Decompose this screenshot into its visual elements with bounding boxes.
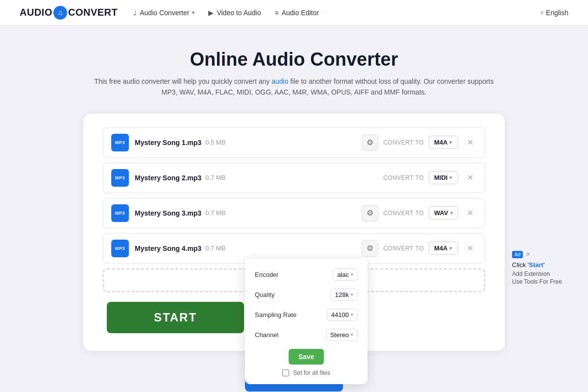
subtitle-text-1: This free audio converter will help you … — [94, 77, 271, 85]
file-type-icon: MP3 — [111, 204, 129, 222]
settings-gear-button[interactable]: ⚙ — [362, 134, 378, 151]
file-type-icon: MP3 — [111, 169, 129, 187]
logo-convert-text: CONVERT — [68, 7, 118, 18]
file-size: 0.7 MB — [205, 174, 225, 181]
channel-selector[interactable]: Stereo ▾ — [326, 329, 358, 341]
chevron-down-icon: ▾ — [449, 245, 452, 251]
main-content: Online Audio Converter This free audio c… — [0, 25, 588, 392]
sliders-icon: ≡ — [274, 9, 278, 17]
ad-title: Click 'Start' — [512, 261, 588, 269]
ad-area: Ad ✕ Click 'Start' Add Extension Use Too… — [512, 251, 588, 286]
chevron-down-icon: ▾ — [351, 272, 353, 277]
chevron-down-icon: ∨ — [540, 9, 544, 16]
sampling-rate-selector[interactable]: 44100 ▾ — [327, 309, 358, 321]
language-selector[interactable]: ∨ English — [540, 9, 568, 17]
ad-line1: Add Extension — [512, 270, 588, 277]
file-type-icon: MP3 — [111, 134, 129, 151]
convert-to-label: CONVERT TO — [383, 210, 424, 217]
file-size: 0.7 MB — [205, 245, 225, 252]
header: AUDIO ♫ CONVERT ♩ Audio Converter ▾ ▶ Vi… — [0, 0, 588, 25]
nav: ♩ Audio Converter ▾ ▶ Video to Audio ≡ A… — [133, 9, 524, 17]
encoder-selector[interactable]: alac ▾ — [333, 269, 358, 281]
chevron-down-icon: ▾ — [450, 210, 453, 216]
page-title: Online Audio Converter — [190, 49, 398, 70]
settings-save-button[interactable]: Save — [289, 349, 324, 365]
logo: AUDIO ♫ CONVERT — [20, 6, 118, 20]
ad-link[interactable]: Start — [529, 261, 543, 269]
file-row-actions: ⚙ CONVERT TO M4A ▾ ✕ — [362, 240, 477, 257]
music-note-icon: ♩ — [133, 9, 137, 17]
file-row-actions: ⚙ CONVERT TO M4A ▾ ✕ — [362, 134, 477, 151]
chevron-down-icon: ▾ — [449, 140, 452, 145]
file-type-icon: MP3 — [111, 240, 129, 257]
file-size: 0.7 MB — [205, 209, 225, 217]
file-row: MP3 Mystery Song 3.mp3 0.7 MB ⚙ CONVERT … — [103, 198, 485, 228]
settings-popup: Encoder alac ▾ Quality 128k ▾ Sampling R… — [245, 259, 368, 384]
file-row: MP3 Mystery Song 1.mp3 0.5 MB ⚙ CONVERT … — [103, 127, 485, 158]
ad-title-suffix: ' — [543, 261, 544, 269]
quality-value: 128k — [335, 291, 349, 298]
page-subtitle: This free audio converter will help you … — [93, 76, 495, 98]
nav-audio-converter[interactable]: ♩ Audio Converter ▾ — [133, 9, 195, 17]
nav-audio-converter-label: Audio Converter — [140, 9, 189, 17]
file-name: Mystery Song 4.mp3 — [135, 245, 201, 252]
channel-value: Stereo — [330, 331, 349, 339]
chevron-down-icon: ▾ — [192, 10, 195, 15]
sampling-rate-label: Sampling Rate — [255, 311, 296, 318]
encoder-label: Encoder — [255, 271, 278, 278]
nav-audio-editor[interactable]: ≡ Audio Editor — [274, 9, 318, 17]
file-row-actions: ⚙ CONVERT TO WAV ▾ ✕ — [362, 205, 477, 221]
format-selector-button[interactable]: M4A ▾ — [429, 136, 458, 149]
channel-label: Channel — [255, 331, 278, 339]
file-row: MP3 Mystery Song 2.mp3 0.7 MB CONVERT TO… — [103, 163, 485, 193]
format-selector-button[interactable]: M4A ▾ — [429, 242, 458, 255]
chevron-down-icon: ▾ — [351, 332, 353, 337]
nav-video-to-audio-label: Video to Audio — [217, 9, 261, 17]
format-value: M4A — [434, 139, 447, 146]
logo-icon: ♫ — [53, 6, 67, 20]
format-selector-button[interactable]: MIDI ▾ — [429, 171, 458, 184]
set-for-all-label: Set for all files — [293, 369, 330, 376]
settings-gear-button[interactable]: ⚙ — [362, 205, 378, 221]
sampling-rate-row: Sampling Rate 44100 ▾ — [255, 309, 358, 321]
format-value: WAV — [434, 209, 448, 217]
close-ad-button[interactable]: ✕ — [526, 251, 531, 258]
subtitle-highlight: audio — [271, 77, 288, 85]
ad-title-prefix: Click ' — [512, 261, 529, 269]
nav-video-to-audio[interactable]: ▶ Video to Audio — [208, 9, 261, 17]
play-icon: ▶ — [208, 9, 214, 17]
remove-file-button[interactable]: ✕ — [463, 242, 477, 255]
convert-to-label: CONVERT TO — [383, 139, 424, 146]
file-name: Mystery Song 3.mp3 — [135, 209, 201, 217]
file-size: 0.5 MB — [205, 139, 225, 146]
ad-icon: Ad — [512, 251, 523, 258]
ad-line2: Use Tools For Free — [512, 278, 588, 285]
language-label: English — [546, 9, 568, 17]
format-selector-button[interactable]: WAV ▾ — [429, 206, 458, 220]
start-button[interactable]: START — [107, 302, 244, 333]
settings-gear-button[interactable]: ⚙ — [362, 240, 378, 257]
sampling-rate-value: 44100 — [331, 311, 349, 318]
set-for-all-checkbox[interactable] — [282, 369, 289, 376]
quality-label: Quality — [255, 291, 274, 298]
convert-to-label: CONVERT TO — [383, 174, 424, 181]
encoder-row: Encoder alac ▾ — [255, 269, 358, 281]
encoder-value: alac — [337, 271, 349, 278]
remove-file-button[interactable]: ✕ — [463, 206, 477, 220]
remove-file-button[interactable]: ✕ — [463, 171, 477, 185]
nav-audio-editor-label: Audio Editor — [282, 9, 319, 17]
remove-file-button[interactable]: ✕ — [463, 136, 477, 149]
set-for-all-row: Set for all files — [255, 369, 358, 376]
file-row-actions: CONVERT TO MIDI ▾ ✕ — [383, 171, 477, 185]
logo-audio-text: AUDIO — [20, 7, 52, 18]
ad-badge: Ad ✕ — [512, 251, 588, 258]
quality-row: Quality 128k ▾ — [255, 289, 358, 301]
format-value: MIDI — [434, 174, 447, 181]
chevron-down-icon: ▾ — [449, 175, 452, 180]
channel-row: Channel Stereo ▾ — [255, 329, 358, 341]
converter-card: MP3 Mystery Song 1.mp3 0.5 MB ⚙ CONVERT … — [83, 114, 505, 351]
chevron-down-icon: ▾ — [351, 312, 353, 317]
file-name: Mystery Song 2.mp3 — [135, 174, 201, 182]
file-name: Mystery Song 1.mp3 — [135, 139, 201, 147]
quality-selector[interactable]: 128k ▾ — [331, 289, 358, 301]
